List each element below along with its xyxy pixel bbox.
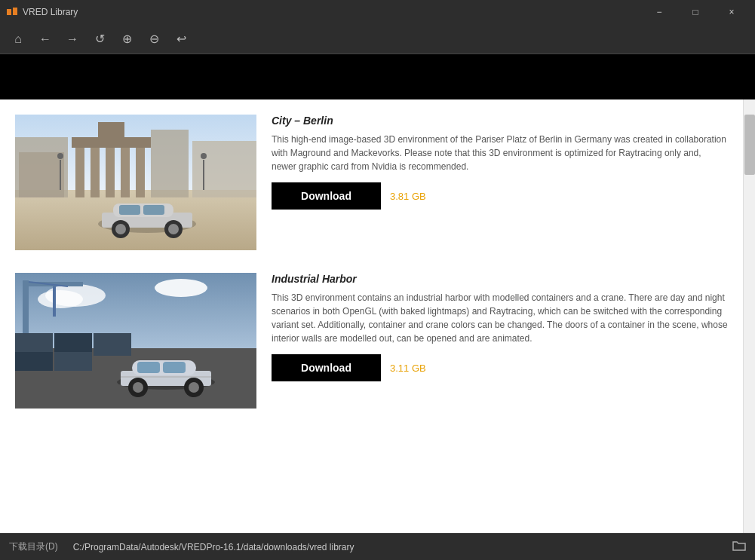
undo-button[interactable]: ↩: [169, 27, 193, 51]
svg-rect-46: [137, 362, 160, 373]
svg-rect-9: [72, 137, 151, 148]
berlin-image: [15, 115, 256, 250]
download-dir-path: C:/ProgramData/Autodesk/VREDPro-16.1/dat…: [73, 542, 354, 552]
zoom-in-button[interactable]: ⊕: [115, 27, 139, 51]
svg-point-49: [133, 382, 143, 393]
title-bar: VRED Library − □ ×: [0, 0, 755, 24]
svg-rect-12: [19, 152, 64, 197]
app-icon: [6, 6, 18, 18]
industrial-file-size: 3.11 GB: [390, 363, 426, 374]
svg-rect-14: [192, 141, 256, 197]
berlin-title: City – Berlin: [272, 115, 728, 127]
list-item: Industrial Harbor This 3D environment co…: [15, 273, 728, 409]
svg-rect-1: [13, 8, 17, 15]
svg-rect-10: [98, 122, 124, 139]
svg-rect-5: [91, 145, 100, 197]
industrial-download-button[interactable]: Download: [272, 354, 381, 381]
download-dir-label[interactable]: 下载目录(D): [9, 540, 58, 553]
industrial-image: [15, 273, 256, 409]
window-controls: − □ ×: [642, 0, 749, 24]
home-button[interactable]: ⌂: [6, 27, 30, 51]
minimize-button[interactable]: −: [642, 0, 677, 24]
berlin-download-button[interactable]: Download: [272, 182, 381, 210]
zoom-in-icon: ⊕: [122, 32, 132, 46]
zoom-out-icon: ⊖: [149, 32, 159, 46]
scrollbar-track[interactable]: [743, 99, 755, 533]
list-item: City – Berlin This high-end image-based …: [15, 115, 728, 250]
svg-rect-22: [119, 205, 140, 215]
svg-point-51: [189, 382, 199, 393]
industrial-description: This 3D environment contains an industri…: [272, 291, 728, 345]
nav-bar: ⌂ ← → ↺ ⊕ ⊖ ↩: [0, 24, 755, 54]
svg-rect-7: [121, 145, 130, 197]
svg-point-16: [57, 153, 63, 159]
close-button[interactable]: ×: [714, 0, 749, 24]
berlin-actions: Download 3.81 GB: [272, 182, 728, 210]
refresh-button[interactable]: ↺: [87, 27, 112, 51]
content-area: City – Berlin This high-end image-based …: [0, 99, 743, 533]
header-strip: [0, 54, 755, 99]
industrial-info: Industrial Harbor This 3D environment co…: [272, 273, 728, 381]
forward-icon: →: [66, 32, 78, 46]
window-title: VRED Library: [23, 7, 642, 17]
svg-rect-13: [151, 130, 189, 197]
back-icon: ←: [39, 32, 51, 46]
svg-point-27: [168, 224, 179, 234]
svg-point-25: [115, 224, 126, 234]
refresh-icon: ↺: [95, 32, 105, 46]
home-icon: ⌂: [14, 32, 22, 46]
berlin-description: This high-end image-based 3D environment…: [272, 133, 728, 173]
folder-browse-button[interactable]: [732, 540, 746, 555]
main-content: City – Berlin This high-end image-based …: [0, 99, 755, 533]
svg-rect-8: [136, 145, 145, 197]
back-button[interactable]: ←: [33, 27, 57, 51]
svg-rect-36: [53, 286, 56, 317]
industrial-title: Industrial Harbor: [272, 273, 728, 285]
svg-rect-4: [75, 145, 84, 197]
bottom-bar: 下载目录(D) C:/ProgramData/Autodesk/VREDPro-…: [0, 533, 755, 560]
svg-point-30: [38, 290, 83, 308]
svg-rect-40: [15, 352, 53, 371]
undo-icon: ↩: [176, 32, 186, 46]
berlin-file-size: 3.81 GB: [390, 191, 426, 202]
scrollbar-thumb[interactable]: [744, 115, 755, 175]
svg-point-18: [201, 153, 207, 159]
zoom-out-button[interactable]: ⊖: [142, 27, 166, 51]
berlin-info: City – Berlin This high-end image-based …: [272, 115, 728, 210]
forward-button[interactable]: →: [60, 27, 84, 51]
maximize-button[interactable]: □: [678, 0, 713, 24]
svg-rect-23: [143, 205, 164, 215]
svg-rect-39: [94, 333, 131, 356]
industrial-actions: Download 3.11 GB: [272, 354, 728, 381]
svg-point-31: [155, 279, 207, 297]
svg-rect-6: [106, 145, 115, 197]
svg-rect-0: [7, 9, 11, 15]
svg-rect-47: [163, 362, 186, 373]
svg-rect-41: [54, 352, 92, 371]
